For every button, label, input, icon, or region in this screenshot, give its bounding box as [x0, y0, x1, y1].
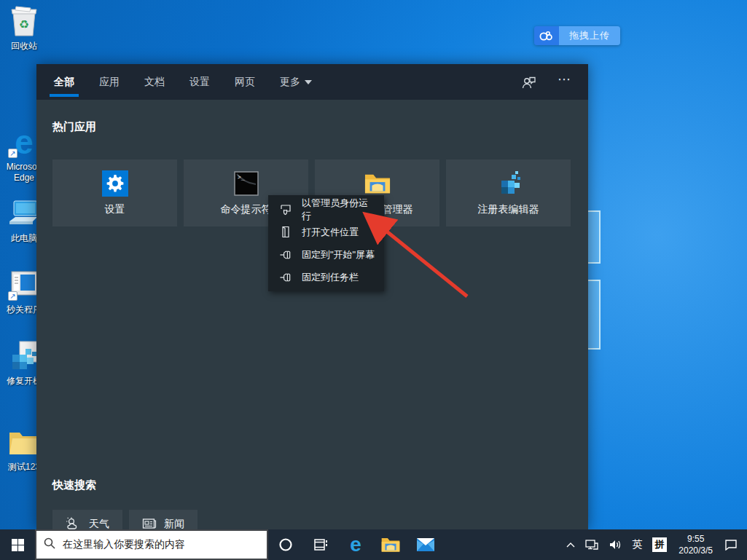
- tab-documents[interactable]: 文档: [143, 64, 166, 100]
- tile-label: 命令提示符: [221, 203, 272, 216]
- taskbar: 在这里输入你要搜索的内容 e: [0, 529, 747, 560]
- clock-time: 9:55: [687, 533, 704, 545]
- tab-label: 网页: [235, 76, 255, 89]
- tile-label: 注册表编辑器: [478, 203, 539, 216]
- ime-badge: 拼: [652, 537, 667, 552]
- more-options-icon[interactable]: ⋯: [558, 76, 572, 89]
- system-tray: 英 拼 9:55 2020/3/5: [561, 529, 747, 560]
- context-menu-label: 固定到任务栏: [302, 271, 359, 284]
- context-menu-item-pin-to-start[interactable]: 固定到"开始"屏幕: [268, 243, 384, 266]
- search-icon: [44, 537, 55, 552]
- tab-all[interactable]: 全部: [52, 64, 76, 100]
- pin-icon: [280, 248, 292, 261]
- desktop-icon-recycle-bin[interactable]: ♻ 回收站: [0, 4, 48, 68]
- tile-label: 设置: [105, 203, 125, 216]
- tab-label: 更多: [280, 76, 300, 89]
- tray-clock[interactable]: 9:55 2020/3/5: [672, 533, 719, 556]
- tab-apps[interactable]: 应用: [98, 64, 121, 100]
- tile-settings[interactable]: 设置: [52, 159, 177, 226]
- file-explorer-icon: [364, 170, 391, 197]
- tab-settings[interactable]: 设置: [188, 64, 211, 100]
- cortana-button[interactable]: [268, 529, 303, 560]
- shortcut-arrow-icon: ↗: [8, 291, 17, 301]
- context-menu-label: 以管理员身份运行: [302, 197, 375, 223]
- tab-label: 全部: [54, 76, 74, 89]
- pin-icon: [280, 271, 292, 283]
- context-menu-item-pin-to-taskbar[interactable]: 固定到任务栏: [268, 266, 384, 288]
- chevron-down-icon: [305, 80, 312, 84]
- task-view-button[interactable]: [303, 529, 338, 560]
- tab-label: 文档: [144, 76, 165, 89]
- drag-upload-widget[interactable]: 拖拽上传: [534, 26, 620, 45]
- cmd-terminal-icon: >_: [233, 170, 259, 197]
- wallpaper-window-pane: [587, 280, 601, 350]
- search-flyout-panel: 全部 应用 文档 设置 网页 更多 ⋯ 热门应用: [36, 64, 588, 529]
- tab-label: 应用: [99, 76, 120, 89]
- hot-apps-heading: 热门应用: [52, 120, 588, 134]
- mail-taskbar-icon[interactable]: [408, 529, 443, 560]
- context-menu-item-run-as-admin[interactable]: 以管理员身份运行: [268, 198, 384, 221]
- tray-volume-icon[interactable]: [603, 529, 627, 560]
- tab-web[interactable]: 网页: [233, 64, 257, 100]
- action-center-icon[interactable]: [719, 529, 743, 560]
- settings-gear-icon: [102, 170, 128, 197]
- desktop-icon-label: 回收站: [0, 41, 48, 52]
- tray-ime-indicator[interactable]: 拼: [647, 529, 672, 560]
- context-menu-label: 打开文件位置: [302, 226, 359, 239]
- feedback-user-icon[interactable]: [521, 75, 537, 90]
- tray-network-icon[interactable]: [580, 529, 603, 560]
- wallpaper-window-pane: [587, 210, 601, 264]
- netdisk-cloud-icon: [534, 26, 559, 45]
- shortcut-arrow-icon: ↗: [8, 149, 17, 158]
- context-menu-item-open-file-location[interactable]: 打开文件位置: [268, 221, 384, 243]
- tab-label: 设置: [189, 76, 210, 89]
- recycle-bin-icon: ♻: [7, 4, 41, 38]
- run-as-admin-icon: [280, 203, 292, 216]
- registry-editor-icon: [496, 170, 522, 197]
- open-file-location-icon: [280, 226, 292, 238]
- file-explorer-taskbar-icon[interactable]: [373, 529, 408, 560]
- svg-text:>_: >_: [238, 174, 245, 181]
- context-menu-label: 固定到"开始"屏幕: [302, 248, 375, 261]
- svg-text:♻: ♻: [19, 18, 29, 31]
- search-placeholder: 在这里输入你要搜索的内容: [63, 538, 185, 551]
- context-menu: 以管理员身份运行 打开文件位置 固定到"开始"屏幕: [268, 195, 384, 291]
- tile-registry-editor[interactable]: 注册表编辑器: [446, 159, 571, 226]
- start-button[interactable]: [0, 529, 35, 560]
- taskbar-search-box[interactable]: 在这里输入你要搜索的内容: [35, 529, 268, 560]
- drag-upload-label: 拖拽上传: [559, 26, 620, 45]
- clock-date: 2020/3/5: [678, 545, 713, 556]
- search-tabstrip: 全部 应用 文档 设置 网页 更多 ⋯: [36, 64, 588, 100]
- edge-taskbar-icon[interactable]: e: [338, 529, 373, 560]
- quick-search-heading: 快速搜索: [52, 478, 588, 492]
- tab-more[interactable]: 更多: [278, 64, 313, 100]
- tray-chevron-up-icon[interactable]: [561, 529, 580, 560]
- tray-language-indicator[interactable]: 英: [627, 529, 647, 560]
